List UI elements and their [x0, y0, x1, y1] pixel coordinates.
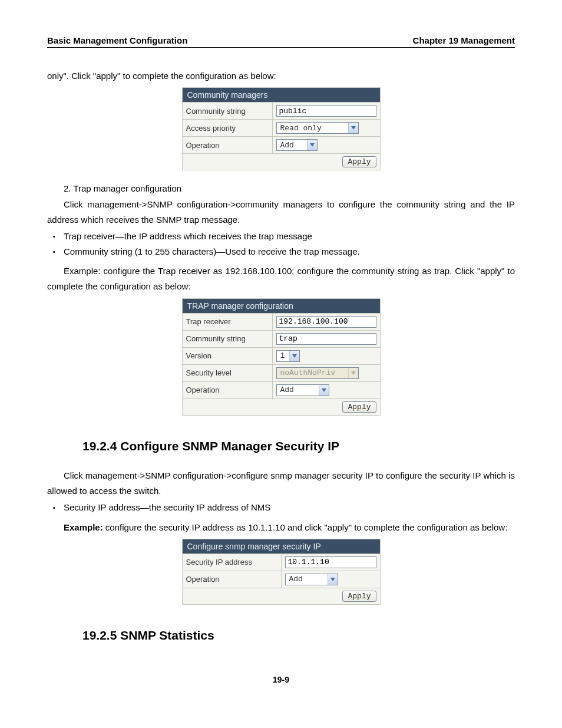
community-string-label: Community string — [182, 103, 272, 120]
form3-title: Configure snmp manager security IP — [182, 539, 380, 554]
trap-bullets: Trap receiver—the IP address which recei… — [47, 229, 515, 259]
apply-button[interactable]: Apply — [342, 156, 376, 167]
trap-example: Example: configure the Trap receiver as … — [47, 263, 515, 295]
community-managers-form: Community managers Community string Acce… — [182, 87, 381, 170]
chevron-down-icon — [348, 368, 358, 378]
access-priority-select[interactable]: Read only — [276, 122, 359, 134]
security-level-value: noAuthNoPriv — [277, 368, 348, 377]
trap-desc: Click management->SNMP configuration->co… — [47, 197, 515, 228]
page-number: 19-9 — [47, 675, 515, 684]
chevron-down-icon — [348, 123, 358, 133]
trap-bullet-2: Community string (1 to 255 characters)—U… — [64, 244, 515, 259]
community-string-input[interactable] — [276, 105, 376, 117]
heading-19-2-4: 19.2.4 Configure SNMP Manager Security I… — [82, 439, 515, 453]
operation-value: Add — [277, 386, 319, 394]
version-select[interactable]: 1 — [276, 350, 300, 362]
page-header: Basic Management Configuration Chapter 1… — [47, 35, 515, 48]
operation-select[interactable]: Add — [285, 574, 338, 585]
apply-button[interactable]: Apply — [342, 591, 376, 602]
access-priority-label: Access priority — [182, 120, 272, 137]
sec-19-2-4-bullets: Security IP address—the security IP addr… — [47, 500, 515, 515]
trap-manager-form: TRAP manager configuration Trap receiver… — [182, 298, 381, 416]
access-priority-value: Read only — [277, 124, 348, 133]
sec-19-2-4-bullet: Security IP address—the security IP addr… — [64, 500, 515, 515]
version-value: 1 — [277, 351, 289, 360]
example-prefix: Example: — [64, 522, 103, 532]
operation-select[interactable]: Add — [276, 384, 329, 396]
form2-title: TRAP manager configuration — [182, 298, 380, 313]
operation-value: Add — [277, 141, 307, 150]
operation-select[interactable]: Add — [276, 139, 318, 151]
operation-value: Add — [286, 575, 328, 584]
intro-text: only". Click "apply" to complete the con… — [47, 68, 515, 84]
trap-bullet-1: Trap receiver—the IP address which recei… — [64, 229, 515, 244]
header-right: Chapter 19 Management — [413, 35, 515, 45]
security-ip-label: Security IP address — [182, 554, 281, 571]
security-level-select: noAuthNoPriv — [276, 367, 359, 379]
security-level-label: Security level — [182, 364, 272, 381]
operation-label: Operation — [182, 571, 281, 588]
operation-label: Operation — [182, 381, 272, 398]
security-ip-input[interactable] — [285, 556, 376, 568]
form1-title: Community managers — [182, 88, 380, 103]
trap-community-label: Community string — [182, 330, 272, 347]
heading-19-2-5: 19.2.5 SNMP Statistics — [82, 628, 515, 643]
sec-19-2-4-example: Example: configure the security IP addre… — [47, 520, 515, 535]
header-left: Basic Management Configuration — [47, 35, 187, 45]
operation-label: Operation — [182, 137, 272, 154]
sec-19-2-4-p1: Click management->SNMP configuration->co… — [47, 468, 515, 499]
trap-receiver-label: Trap receiver — [182, 313, 272, 330]
trap-receiver-input[interactable] — [276, 316, 376, 328]
apply-button[interactable]: Apply — [342, 401, 376, 413]
version-label: Version — [182, 347, 272, 364]
chevron-down-icon — [328, 574, 338, 585]
example-rest: configure the security IP address as 10.… — [103, 522, 508, 532]
chevron-down-icon — [307, 140, 317, 150]
security-ip-form: Configure snmp manager security IP Secur… — [182, 539, 381, 605]
chevron-down-icon — [319, 385, 329, 396]
trap-community-input[interactable] — [276, 333, 376, 345]
chevron-down-icon — [289, 351, 299, 361]
trap-heading-line: 2. Trap manager configuration — [47, 181, 515, 196]
